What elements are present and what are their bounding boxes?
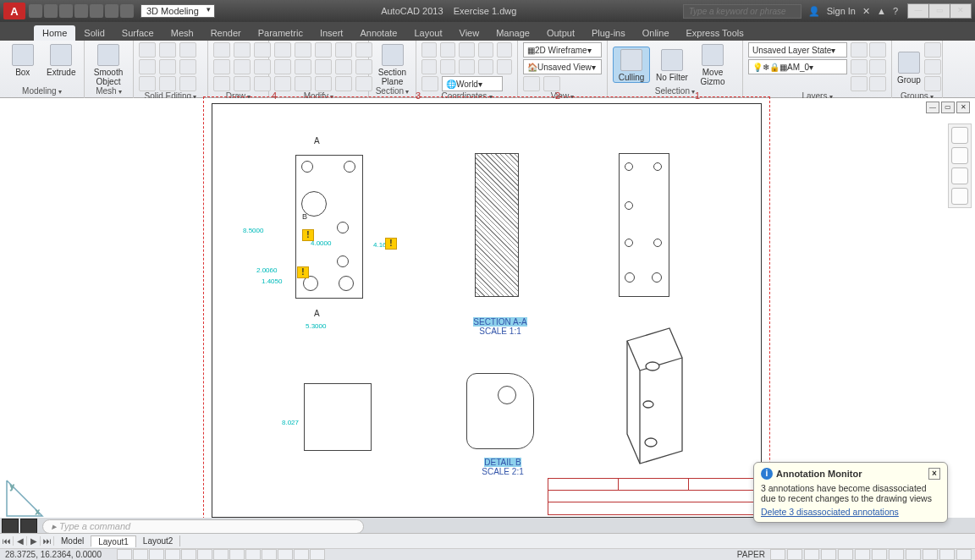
ucs-dropdown[interactable]: 🌐 World ▾ [442,76,503,91]
search-input[interactable] [683,4,801,19]
am-toggle[interactable] [310,549,325,560]
status-btn[interactable] [939,549,955,560]
tab-first-icon[interactable]: ⏮ [0,536,14,546]
culling-button[interactable]: Culling [613,47,650,83]
modify-btn[interactable] [274,59,291,74]
annotation-close-button[interactable]: × [928,468,940,480]
doc-max-button[interactable]: ▭ [941,102,955,113]
status-btn[interactable] [906,549,921,560]
exchange-icon[interactable]: ✕ [862,6,870,17]
space-indicator[interactable]: PAPER [734,550,768,559]
qp-toggle[interactable] [278,549,293,560]
draw-btn[interactable] [234,42,251,58]
doc-min-button[interactable]: — [926,102,939,113]
draw-btn[interactable] [213,59,230,74]
layer-btn[interactable] [869,59,886,74]
coord-btn[interactable] [421,76,438,91]
osnap-toggle[interactable] [181,549,196,560]
solidedit-btn[interactable] [159,59,176,74]
snap-toggle[interactable] [117,549,132,560]
tab-expresstools[interactable]: Express Tools [678,25,752,41]
panel-modeling-label[interactable]: Modeling [5,86,79,96]
pan-icon[interactable] [951,147,968,164]
tab-model[interactable]: Model [54,535,91,546]
tab-last-icon[interactable]: ⏭ [41,536,54,546]
draw-btn[interactable] [234,76,251,91]
panel-section-label[interactable]: Section [374,86,410,96]
draw-btn[interactable] [213,76,230,91]
currentlayer-dropdown[interactable]: 💡❄🔒▦ AM_0 ▾ [748,59,847,74]
status-btn[interactable] [956,549,972,560]
cmd-tool-icon[interactable] [2,519,19,534]
modify-btn[interactable] [315,76,332,91]
status-btn[interactable] [821,549,836,560]
tab-surface[interactable]: Surface [113,25,162,41]
grid-toggle[interactable] [133,549,148,560]
app-logo[interactable]: A [3,3,25,19]
qat-new-icon[interactable] [29,4,42,18]
solidedit-btn[interactable] [179,59,196,74]
modify-btn[interactable] [335,76,352,91]
modify-btn[interactable] [315,59,332,74]
solidedit-btn[interactable] [179,76,196,91]
tab-home[interactable]: Home [34,25,75,41]
polar-toggle[interactable] [165,549,180,560]
tab-view[interactable]: View [451,25,488,41]
drawing-area[interactable]: — ▭ ✕ 4 3 2 1 8.5000 2.0060 1.4050 5.300… [0,98,975,523]
smooth-button[interactable]: Smooth Object [90,42,127,86]
account-icon[interactable]: 👤 [808,6,820,17]
status-btn[interactable] [770,549,785,560]
status-btn[interactable] [889,549,904,560]
layer-btn[interactable] [851,42,868,58]
namedview-dropdown[interactable]: 🏠 Unsaved View ▾ [523,59,602,74]
warning-icon[interactable]: ! [297,266,309,278]
tab-layout2[interactable]: Layout2 [136,535,181,546]
layer-btn[interactable] [869,42,886,58]
layer-btn[interactable] [869,76,886,91]
close-button[interactable]: ✕ [950,3,972,19]
status-btn[interactable] [838,549,853,560]
tab-layout[interactable]: Layout [405,25,450,41]
coord-btn[interactable] [478,59,493,74]
status-btn[interactable] [872,549,887,560]
tab-prev-icon[interactable]: ◀ [14,536,27,546]
cmd-tool-icon[interactable] [20,519,37,534]
coord-btn[interactable] [478,42,493,58]
minimize-button[interactable]: — [907,3,929,19]
tab-mesh[interactable]: Mesh [162,25,202,41]
qat-undo-icon[interactable] [105,4,118,18]
qat-open-icon[interactable] [44,4,58,18]
draw-btn[interactable] [254,76,271,91]
solidedit-btn[interactable] [139,42,156,58]
layerstate-dropdown[interactable]: Unsaved Layer State ▾ [748,42,847,58]
draw-btn[interactable] [213,42,230,58]
cloud-icon[interactable]: ▲ [877,6,886,16]
nofilter-button[interactable]: No Filter [653,47,691,82]
section-plane-button[interactable]: Section Plane [374,42,410,86]
visualstyle-dropdown[interactable]: ▦ 2D Wireframe ▾ [523,42,602,58]
draw-btn[interactable] [254,59,271,74]
coord-btn[interactable] [440,59,455,74]
group-btn[interactable] [924,59,941,74]
ortho-toggle[interactable] [149,549,164,560]
tab-render[interactable]: Render [202,25,250,41]
extrude-button[interactable]: Extrude [44,42,80,77]
tab-layout1[interactable]: Layout1 [91,535,136,547]
modify-btn[interactable] [335,59,352,74]
qat-save-icon[interactable] [59,4,73,18]
tab-next-icon[interactable]: ▶ [27,536,41,546]
group-btn[interactable] [924,76,941,91]
coord-btn[interactable] [497,42,512,58]
solidedit-btn[interactable] [139,76,156,91]
view-btn[interactable] [543,76,560,91]
coord-btn[interactable] [440,42,455,58]
status-btn[interactable] [923,549,938,560]
maximize-button[interactable]: ▭ [928,3,950,19]
status-btn[interactable] [787,549,802,560]
status-btn[interactable] [804,549,819,560]
annotation-delete-link[interactable]: Delete 3 disassociated annotations [761,507,940,517]
ucs-icon[interactable]: yx [3,477,46,521]
modify-btn[interactable] [295,76,311,91]
tab-output[interactable]: Output [538,25,583,41]
modify-btn[interactable] [295,42,311,58]
